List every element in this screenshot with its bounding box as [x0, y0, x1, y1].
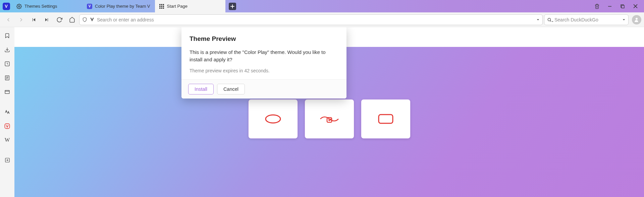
- window-icon: [4, 89, 10, 95]
- content-area: Theme Preview This is a preview of the "…: [14, 27, 644, 197]
- wikipedia-icon: W: [5, 137, 10, 143]
- panel-add[interactable]: [2, 155, 12, 165]
- person-icon: [634, 17, 640, 23]
- trash-icon: [594, 4, 600, 9]
- home-icon: [69, 17, 75, 23]
- cancel-button[interactable]: Cancel: [217, 84, 245, 94]
- minimize-icon: [608, 4, 612, 8]
- reload-button[interactable]: [54, 14, 65, 25]
- svg-point-16: [548, 18, 550, 21]
- plus-icon: [230, 4, 234, 8]
- apps-icon: [159, 4, 164, 9]
- vivaldi-icon: V: [87, 4, 92, 9]
- titlebar: V Themes Settings V Color Play theme by …: [0, 0, 644, 12]
- panel-vivaldi[interactable]: [2, 121, 12, 131]
- maximize-icon: [621, 4, 625, 8]
- close-button[interactable]: [629, 0, 641, 12]
- speed-dial-card[interactable]: [361, 99, 411, 139]
- svg-rect-25: [5, 90, 9, 93]
- search-bar[interactable]: [544, 14, 629, 25]
- svg-rect-4: [159, 6, 161, 7]
- speed-dial-card[interactable]: [248, 99, 298, 139]
- tab-label: Start Page: [167, 4, 187, 9]
- tab-themes-settings[interactable]: Themes Settings: [12, 0, 83, 12]
- svg-rect-13: [33, 18, 33, 21]
- panel-window[interactable]: [2, 87, 12, 97]
- svg-marker-14: [45, 18, 47, 21]
- search-engine-button[interactable]: [547, 17, 552, 22]
- tab-color-play[interactable]: V Color Play theme by Team V: [83, 0, 155, 12]
- dialog-subtext: Theme preview expires in 42 seconds.: [190, 68, 338, 73]
- reload-icon: [56, 17, 62, 23]
- svg-rect-2: [161, 4, 162, 5]
- svg-point-18: [636, 18, 638, 20]
- svg-rect-6: [163, 6, 164, 7]
- panel-history[interactable]: [2, 59, 12, 69]
- svg-rect-9: [163, 7, 164, 9]
- address-bar[interactable]: [79, 14, 543, 25]
- install-button[interactable]: Install: [188, 84, 214, 94]
- svg-rect-8: [161, 7, 162, 9]
- skip-back-icon: [32, 17, 36, 22]
- clock-icon: [4, 61, 10, 67]
- main: W Theme Preview This is a preview of the…: [0, 27, 644, 197]
- chevron-right-icon: [18, 17, 24, 23]
- profile-button[interactable]: [632, 15, 641, 24]
- notes-icon: [4, 75, 10, 81]
- svg-rect-3: [163, 4, 164, 5]
- svg-rect-7: [159, 7, 161, 9]
- dialog-title: Theme Preview: [190, 35, 338, 43]
- svg-rect-11: [622, 5, 624, 8]
- svg-rect-5: [161, 6, 162, 7]
- fast-forward-button[interactable]: [41, 14, 52, 25]
- plus-square-icon: [5, 157, 10, 163]
- panel-bookmarks[interactable]: [2, 30, 12, 41]
- vivaldi-v-icon[interactable]: [90, 17, 94, 22]
- translate-icon: [4, 109, 10, 115]
- search-input[interactable]: [554, 17, 620, 22]
- panel-bar: W: [0, 27, 14, 197]
- chevron-left-icon: [5, 17, 11, 23]
- minimize-button[interactable]: [604, 0, 616, 12]
- address-dropdown-button[interactable]: [536, 17, 540, 23]
- vivaldi-menu-button[interactable]: V: [0, 0, 12, 12]
- svg-rect-1: [159, 4, 161, 5]
- svg-line-17: [550, 20, 551, 21]
- svg-rect-15: [48, 18, 48, 21]
- svg-point-31: [266, 115, 280, 123]
- close-icon: [633, 4, 638, 8]
- tab-label: Color Play theme by Team V: [95, 4, 150, 9]
- address-input[interactable]: [97, 17, 534, 22]
- tab-start-page[interactable]: Start Page: [155, 0, 225, 12]
- maximize-button[interactable]: [616, 0, 629, 12]
- forward-button[interactable]: [15, 14, 27, 25]
- tabstrip: Themes Settings V Color Play theme by Te…: [12, 0, 591, 12]
- dialog-text: This is a preview of the "Color Play" th…: [190, 49, 338, 63]
- dialog-footer: Install Cancel: [181, 79, 346, 98]
- new-tab-button[interactable]: [229, 3, 236, 10]
- rewind-button[interactable]: [28, 14, 40, 25]
- caret-down-icon: [536, 18, 540, 21]
- panel-downloads[interactable]: [2, 45, 12, 55]
- speed-dial-cards: [248, 99, 411, 139]
- download-icon: [4, 47, 10, 53]
- shield-icon[interactable]: [82, 17, 87, 22]
- back-button[interactable]: [3, 14, 14, 25]
- home-button[interactable]: [66, 14, 78, 25]
- toolbar: [0, 12, 644, 27]
- window-controls: [591, 0, 644, 12]
- svg-marker-12: [33, 18, 35, 21]
- panel-notes[interactable]: [2, 73, 12, 83]
- bookmark-icon: [4, 33, 10, 39]
- speed-dial-card[interactable]: [305, 99, 354, 139]
- trash-button[interactable]: [591, 0, 603, 12]
- tab-label: Themes Settings: [24, 4, 57, 9]
- vivaldi-logo-icon: V: [3, 3, 10, 10]
- panel-wikipedia[interactable]: W: [2, 135, 12, 145]
- panel-translate[interactable]: [2, 107, 12, 117]
- skip-forward-icon: [44, 17, 49, 22]
- search-dropdown-button[interactable]: [622, 17, 626, 23]
- vivaldi-shield-icon: [4, 123, 10, 129]
- svg-rect-27: [5, 124, 9, 128]
- caret-down-icon: [622, 18, 626, 21]
